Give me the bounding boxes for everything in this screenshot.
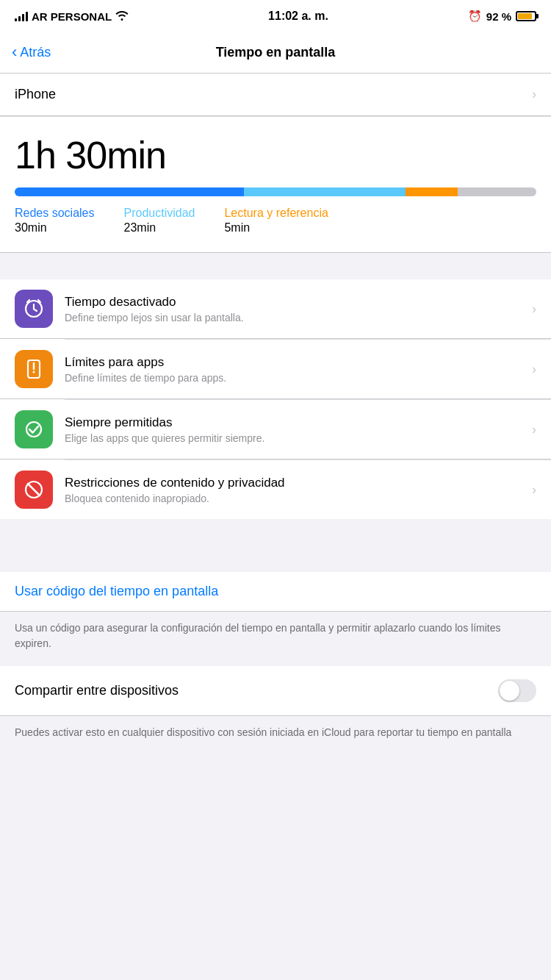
downtime-subtitle: Define tiempo lejos sin usar la pantalla…	[65, 312, 532, 323]
time-section: 1h 30min Redes sociales 30min Productivi…	[0, 117, 551, 253]
app-limits-chevron-icon: ›	[532, 362, 536, 377]
status-time: 11:02 a. m.	[268, 10, 328, 23]
progress-social	[15, 187, 244, 196]
category-social-time: 30min	[15, 221, 95, 235]
status-right: ⏰ 92 %	[468, 10, 536, 23]
category-reading: Lectura y referencia 5min	[224, 207, 328, 235]
share-label: Compartir entre dispositivos	[15, 683, 179, 698]
device-row[interactable]: iPhone ›	[0, 74, 551, 116]
back-label: Atrás	[20, 45, 51, 60]
content-privacy-subtitle: Bloquea contenido inapropiado.	[65, 493, 532, 504]
content-privacy-content: Restricciones de contenido y privacidad …	[65, 476, 532, 504]
battery-pct: 92 %	[486, 10, 511, 23]
nav-bar: ‹ Atrás Tiempo en pantalla	[0, 32, 551, 74]
category-social-name: Redes sociales	[15, 207, 95, 220]
content-privacy-chevron-icon: ›	[532, 482, 536, 498]
time-display: 1h 30min	[15, 133, 536, 177]
progress-reading	[406, 187, 458, 196]
share-toggle[interactable]	[498, 679, 536, 702]
always-allowed-subtitle: Elige las apps que quieres permitir siem…	[65, 432, 532, 444]
toggle-knob	[500, 681, 519, 701]
always-allowed-chevron-icon: ›	[532, 422, 536, 437]
downtime-title: Tiempo desactivado	[65, 295, 532, 310]
settings-section: Tiempo desactivado Define tiempo lejos s…	[0, 279, 551, 519]
carrier-label: AR PERSONAL	[32, 10, 112, 23]
page-title: Tiempo en pantalla	[216, 45, 336, 60]
category-social: Redes sociales 30min	[15, 207, 95, 235]
share-section: Compartir entre dispositivos Puedes acti…	[0, 666, 551, 755]
code-link[interactable]: Usar código del tiempo en pantalla	[0, 572, 551, 612]
back-button[interactable]: ‹ Atrás	[12, 45, 51, 60]
app-limits-content: Límites para apps Define límites de tiem…	[65, 355, 532, 384]
category-productivity: Productividad 23min	[124, 207, 195, 235]
always-allowed-title: Siempre permitidas	[65, 415, 532, 430]
back-chevron-icon: ‹	[12, 44, 17, 60]
content-privacy-title: Restricciones de contenido y privacidad	[65, 476, 532, 490]
category-reading-time: 5min	[224, 221, 328, 235]
downtime-icon	[15, 290, 53, 328]
progress-productivity	[244, 187, 406, 196]
section-divider-1	[0, 253, 551, 279]
section-divider-2	[0, 519, 551, 546]
downtime-item[interactable]: Tiempo desactivado Define tiempo lejos s…	[0, 279, 551, 339]
svg-point-2	[33, 371, 35, 373]
code-description: Usa un código para asegurar la configura…	[0, 612, 551, 666]
progress-other	[458, 187, 536, 196]
always-allowed-content: Siempre permitidas Elige las apps que qu…	[65, 415, 532, 444]
battery-icon	[516, 11, 536, 21]
progress-bar	[15, 187, 536, 196]
category-productivity-name: Productividad	[124, 207, 195, 220]
signal-icon	[15, 11, 28, 21]
share-description: Puedes activar esto en cualquier disposi…	[0, 716, 551, 755]
content-privacy-icon	[15, 471, 53, 509]
status-bar: AR PERSONAL 11:02 a. m. ⏰ 92 %	[0, 0, 551, 32]
device-chevron-icon: ›	[532, 87, 536, 102]
share-row: Compartir entre dispositivos	[0, 666, 551, 716]
downtime-chevron-icon: ›	[532, 301, 536, 317]
alarm-icon: ⏰	[468, 10, 482, 23]
content-privacy-item[interactable]: Restricciones de contenido y privacidad …	[0, 460, 551, 519]
code-description-text: Usa un código para asegurar la configura…	[15, 622, 500, 649]
always-allowed-icon	[15, 410, 53, 448]
category-productivity-time: 23min	[124, 221, 195, 235]
app-limits-title: Límites para apps	[65, 355, 532, 370]
code-link-text: Usar código del tiempo en pantalla	[15, 584, 218, 598]
downtime-content: Tiempo desactivado Define tiempo lejos s…	[65, 295, 532, 323]
status-left: AR PERSONAL	[15, 10, 129, 23]
app-limits-subtitle: Define límites de tiempo para apps.	[65, 372, 532, 384]
share-description-text: Puedes activar esto en cualquier disposi…	[15, 726, 511, 738]
app-limits-item[interactable]: Límites para apps Define límites de tiem…	[0, 340, 551, 399]
device-label: iPhone	[15, 87, 56, 102]
wifi-icon	[115, 10, 129, 23]
svg-line-5	[28, 484, 40, 496]
app-limits-icon	[15, 350, 53, 388]
categories: Redes sociales 30min Productividad 23min…	[15, 207, 536, 235]
code-section: Usar código del tiempo en pantalla Usa u…	[0, 572, 551, 666]
always-allowed-item[interactable]: Siempre permitidas Elige las apps que qu…	[0, 400, 551, 459]
category-reading-name: Lectura y referencia	[224, 207, 328, 220]
